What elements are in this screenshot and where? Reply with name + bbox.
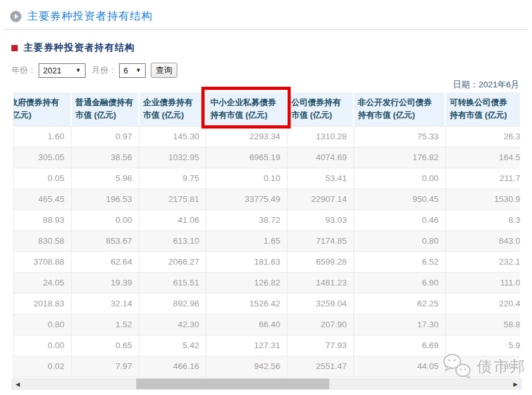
table-cell: 75.33 (353, 126, 445, 147)
table-cell: 38.72 (206, 210, 287, 230)
month-select-value: 6 (124, 66, 128, 75)
table-cell: 466.16 (139, 356, 206, 377)
table-cell: 7.97 (71, 356, 139, 377)
table-cell: 615.51 (139, 272, 206, 293)
chevron-down-icon: ▼ (75, 67, 81, 73)
year-label: 年份： (11, 65, 36, 76)
table-cell: 77.93 (287, 335, 353, 356)
table-cell: 1032.95 (139, 147, 206, 168)
table-cell: 44.05 (353, 356, 445, 377)
table-header-row: 政府债券持有 (亿元) 普通金融债持有 市值 (亿元) 企业债券持有 市值 (亿… (13, 92, 520, 126)
table-cell: 66.40 (206, 314, 287, 335)
table-cell: 220.4 (445, 293, 520, 314)
table-cell: 1526.42 (206, 293, 287, 314)
table-cell: 232.1 (445, 251, 520, 272)
table-cell: 0.10 (206, 168, 287, 189)
table-cell: 6965.19 (206, 147, 287, 168)
table-cell: 26.3 (445, 126, 520, 147)
scroll-left-arrow-icon[interactable]: ◀ (13, 378, 22, 390)
table-cell: 1530.9 (445, 189, 520, 210)
table-row: 2018.8332.14892.961526.423259.0462.25220… (13, 293, 520, 314)
table-cell: 42.30 (139, 314, 206, 335)
table-cell: 211.7 (445, 168, 520, 189)
table-cell: 0.00 (71, 210, 139, 230)
table-cell: 465.45 (13, 189, 71, 210)
column-header-government-bond: 政府债券持有 (亿元) (13, 92, 71, 126)
table-body: 1.600.97145.302293.341310.2875.3326.3305… (13, 126, 520, 377)
table-cell: 0.65 (71, 335, 139, 356)
chevron-down-icon: ▼ (136, 67, 141, 73)
table-row: 0.055.969.750.1053.410.00211.7 (13, 168, 520, 189)
table-cell: 33775.49 (206, 189, 287, 210)
table-cell: 0.02 (13, 356, 71, 377)
table-cell: 127.31 (206, 335, 287, 356)
table-cell: 2175.81 (139, 189, 206, 210)
table-cell: 176.82 (353, 147, 445, 168)
table-cell: 5.9 (445, 335, 520, 356)
month-label: 月份： (92, 65, 117, 76)
table-cell: 843.0 (445, 230, 520, 251)
query-button[interactable]: 查询 (151, 63, 177, 78)
horizontal-scrollbar[interactable]: ◀ ▶ (11, 378, 522, 390)
table-cell: 942.56 (206, 356, 287, 377)
table-cell: 1.65 (206, 230, 287, 251)
table-cell: 24.05 (13, 272, 71, 293)
column-header-private-placement-corporate-bond: 非公开发行公司债券 持有市值 (亿元) (353, 92, 445, 126)
table-cell: 6.69 (353, 335, 445, 356)
red-square-bullet-icon (11, 45, 18, 51)
table-cell: 53.41 (287, 168, 353, 189)
filter-bar: 年份： 2021 ▼ 月份： 6 ▼ 查询 (11, 63, 177, 78)
scrollbar-thumb[interactable] (136, 379, 329, 389)
holdings-table-container: 政府债券持有 (亿元) 普通金融债持有 市值 (亿元) 企业债券持有 市值 (亿… (13, 92, 520, 377)
table-cell: 32.14 (71, 293, 139, 314)
table-cell: 0.97 (71, 126, 139, 147)
table-cell: 9.75 (139, 168, 206, 189)
table-cell: 41.06 (139, 210, 206, 230)
table-cell: 289.0 (445, 356, 520, 377)
table-row: 88.930.0041.0638.7293.030.468.3 (13, 210, 520, 230)
table-cell: 853.67 (71, 230, 139, 251)
year-select[interactable]: 2021 ▼ (39, 63, 86, 78)
table-cell: 38.56 (71, 147, 139, 168)
table-cell: 2551.47 (287, 356, 353, 377)
table-cell: 1310.28 (287, 126, 353, 147)
table-row: 0.801.5242.3066.40207.9017.3058.8 (13, 314, 520, 335)
table-cell: 2293.34 (206, 126, 287, 147)
table-cell: 6599.28 (287, 251, 353, 272)
table-cell: 0.80 (13, 314, 71, 335)
table-cell: 830.58 (13, 230, 71, 251)
table-cell: 4074.69 (287, 147, 353, 168)
scroll-right-arrow-icon[interactable]: ▶ (511, 378, 520, 390)
table-cell: 62.25 (353, 293, 445, 314)
table-cell: 2066.27 (139, 251, 206, 272)
table-cell: 0.46 (353, 210, 445, 230)
table-cell: 0.00 (13, 335, 71, 356)
page: 主要券种投资者持有结构 主要券种投资者持有结构 年份： 2021 ▼ 月份： 6… (0, 0, 532, 395)
table-cell: 5.96 (71, 168, 139, 189)
table-cell: 58.8 (445, 314, 520, 335)
table-cell: 305.05 (13, 147, 71, 168)
table-cell: 6.90 (353, 272, 445, 293)
table-cell: 0.80 (353, 230, 445, 251)
month-select[interactable]: 6 ▼ (119, 63, 146, 78)
table-row: 0.027.97466.16942.562551.4744.05289.0 (13, 356, 520, 377)
column-header-ordinary-financial-bond: 普通金融债持有 市值 (亿元) (71, 92, 139, 126)
table-cell: 17.30 (353, 314, 445, 335)
table-row: 24.0519.39615.51126.821481.236.90111.0 (13, 272, 520, 293)
table-row: 830.58853.67613.101.657174.850.80843.0 (13, 230, 520, 251)
table-cell: 3708.88 (13, 251, 71, 272)
table-cell: 1481.23 (287, 272, 353, 293)
table-cell: 0.00 (353, 168, 445, 189)
table-cell: 196.53 (71, 189, 139, 210)
table-cell: 5.42 (139, 335, 206, 356)
table-cell: 22907.14 (287, 189, 353, 210)
table-cell: 892.96 (139, 293, 206, 314)
table-cell: 19.39 (71, 272, 139, 293)
table-cell: 88.93 (13, 210, 71, 230)
table-cell: 126.82 (206, 272, 287, 293)
table-cell: 3259.04 (287, 293, 353, 314)
header-divider (4, 29, 528, 30)
table-cell: 6.52 (353, 251, 445, 272)
table-row: 1.600.97145.302293.341310.2875.3326.3 (13, 126, 520, 147)
table-cell: 2018.83 (13, 293, 71, 314)
